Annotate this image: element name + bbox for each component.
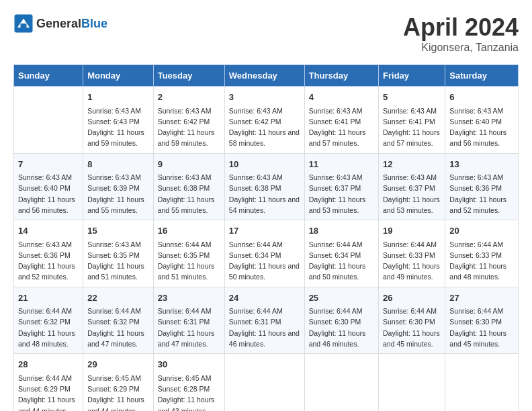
calendar-cell: 10Sunrise: 6:43 AMSunset: 6:38 PMDayligh… (224, 153, 304, 220)
title-block: April 2024 Kigonsera, Tanzania (403, 13, 519, 54)
cell-info: Sunrise: 6:44 AMSunset: 6:33 PMDaylight:… (449, 239, 514, 283)
svg-rect-2 (21, 24, 27, 28)
day-number: 20 (449, 224, 514, 238)
day-number: 6 (449, 91, 514, 104)
calendar-cell: 1Sunrise: 6:43 AMSunset: 6:43 PMDaylight… (83, 87, 154, 154)
weekday-header: Thursday (304, 65, 378, 87)
logo: GeneralBlue (13, 13, 107, 34)
day-number: 30 (158, 358, 220, 371)
calendar-cell (304, 354, 378, 411)
logo-general-text: General (36, 17, 81, 30)
day-number: 16 (158, 224, 220, 238)
cell-info: Sunrise: 6:43 AMSunset: 6:42 PMDaylight:… (229, 105, 300, 149)
day-number: 4 (309, 91, 374, 104)
cell-info: Sunrise: 6:43 AMSunset: 6:41 PMDaylight:… (383, 105, 441, 149)
day-number: 10 (229, 158, 300, 171)
cell-info: Sunrise: 6:43 AMSunset: 6:36 PMDaylight:… (18, 239, 79, 283)
weekday-header: Friday (379, 65, 445, 87)
calendar-cell: 26Sunrise: 6:44 AMSunset: 6:30 PMDayligh… (379, 287, 445, 354)
calendar-cell: 15Sunrise: 6:43 AMSunset: 6:35 PMDayligh… (83, 220, 154, 287)
day-number: 24 (229, 291, 300, 305)
day-number: 2 (158, 91, 220, 104)
day-number: 14 (18, 224, 79, 238)
cell-info: Sunrise: 6:44 AMSunset: 6:31 PMDaylight:… (229, 306, 300, 349)
calendar-cell: 4Sunrise: 6:43 AMSunset: 6:41 PMDaylight… (304, 87, 378, 154)
page-subtitle: Kigonsera, Tanzania (403, 42, 519, 54)
calendar-cell: 22Sunrise: 6:44 AMSunset: 6:32 PMDayligh… (83, 287, 154, 354)
calendar-week-row: 28Sunrise: 6:44 AMSunset: 6:29 PMDayligh… (14, 354, 519, 411)
cell-info: Sunrise: 6:43 AMSunset: 6:38 PMDaylight:… (158, 172, 220, 216)
calendar-cell (224, 354, 304, 411)
calendar-cell: 18Sunrise: 6:44 AMSunset: 6:34 PMDayligh… (304, 220, 378, 287)
cell-info: Sunrise: 6:43 AMSunset: 6:41 PMDaylight:… (309, 105, 374, 149)
day-number: 21 (18, 291, 79, 305)
calendar-cell: 2Sunrise: 6:43 AMSunset: 6:42 PMDaylight… (153, 87, 224, 154)
day-number: 11 (309, 158, 374, 171)
cell-info: Sunrise: 6:43 AMSunset: 6:37 PMDaylight:… (309, 172, 374, 216)
calendar-cell: 3Sunrise: 6:43 AMSunset: 6:42 PMDaylight… (224, 87, 304, 154)
cell-info: Sunrise: 6:44 AMSunset: 6:30 PMDaylight:… (309, 306, 374, 349)
cell-info: Sunrise: 6:44 AMSunset: 6:34 PMDaylight:… (229, 239, 300, 283)
calendar-cell (14, 87, 83, 154)
calendar-cell: 16Sunrise: 6:44 AMSunset: 6:35 PMDayligh… (153, 220, 224, 287)
page-title: April 2024 (403, 13, 519, 42)
day-number: 25 (309, 291, 374, 305)
calendar-cell: 12Sunrise: 6:43 AMSunset: 6:37 PMDayligh… (379, 153, 445, 220)
calendar-cell (379, 354, 445, 411)
calendar-cell: 24Sunrise: 6:44 AMSunset: 6:31 PMDayligh… (224, 287, 304, 354)
day-number: 28 (18, 358, 79, 371)
calendar-cell: 21Sunrise: 6:44 AMSunset: 6:32 PMDayligh… (14, 287, 83, 354)
day-number: 3 (229, 91, 300, 104)
day-number: 9 (158, 158, 220, 171)
calendar-cell: 11Sunrise: 6:43 AMSunset: 6:37 PMDayligh… (304, 153, 378, 220)
cell-info: Sunrise: 6:44 AMSunset: 6:30 PMDaylight:… (449, 306, 514, 349)
cell-info: Sunrise: 6:43 AMSunset: 6:36 PMDaylight:… (449, 172, 514, 216)
cell-info: Sunrise: 6:43 AMSunset: 6:40 PMDaylight:… (18, 172, 79, 216)
calendar-cell: 29Sunrise: 6:45 AMSunset: 6:29 PMDayligh… (83, 354, 154, 411)
weekday-header: Monday (83, 65, 154, 87)
cell-info: Sunrise: 6:45 AMSunset: 6:28 PMDaylight:… (158, 373, 220, 411)
cell-info: Sunrise: 6:43 AMSunset: 6:37 PMDaylight:… (383, 172, 441, 216)
cell-info: Sunrise: 6:43 AMSunset: 6:42 PMDaylight:… (158, 105, 220, 149)
day-number: 23 (158, 291, 220, 305)
calendar-cell: 8Sunrise: 6:43 AMSunset: 6:39 PMDaylight… (83, 153, 154, 220)
day-number: 13 (449, 158, 514, 171)
calendar-cell: 30Sunrise: 6:45 AMSunset: 6:28 PMDayligh… (153, 354, 224, 411)
logo-icon (13, 13, 34, 34)
weekday-header: Tuesday (153, 65, 224, 87)
calendar-cell (445, 354, 519, 411)
cell-info: Sunrise: 6:44 AMSunset: 6:35 PMDaylight:… (158, 239, 220, 283)
weekday-header: Sunday (14, 65, 83, 87)
weekday-header: Saturday (445, 65, 519, 87)
day-number: 17 (229, 224, 300, 238)
cell-info: Sunrise: 6:44 AMSunset: 6:33 PMDaylight:… (383, 239, 441, 283)
day-number: 7 (18, 158, 79, 171)
day-number: 19 (383, 224, 441, 238)
day-number: 5 (383, 91, 441, 104)
logo-blue-text: Blue (81, 17, 107, 30)
calendar-cell: 19Sunrise: 6:44 AMSunset: 6:33 PMDayligh… (379, 220, 445, 287)
day-number: 26 (383, 291, 441, 305)
calendar-cell: 17Sunrise: 6:44 AMSunset: 6:34 PMDayligh… (224, 220, 304, 287)
day-number: 22 (87, 291, 149, 305)
cell-info: Sunrise: 6:44 AMSunset: 6:34 PMDaylight:… (309, 239, 374, 283)
calendar-cell: 25Sunrise: 6:44 AMSunset: 6:30 PMDayligh… (304, 287, 378, 354)
calendar-cell: 13Sunrise: 6:43 AMSunset: 6:36 PMDayligh… (445, 153, 519, 220)
cell-info: Sunrise: 6:43 AMSunset: 6:39 PMDaylight:… (87, 172, 149, 216)
calendar-week-row: 14Sunrise: 6:43 AMSunset: 6:36 PMDayligh… (14, 220, 519, 287)
cell-info: Sunrise: 6:44 AMSunset: 6:32 PMDaylight:… (87, 306, 149, 349)
day-number: 12 (383, 158, 441, 171)
calendar-table: SundayMondayTuesdayWednesdayThursdayFrid… (13, 64, 519, 411)
cell-info: Sunrise: 6:43 AMSunset: 6:38 PMDaylight:… (229, 172, 300, 216)
calendar-week-row: 7Sunrise: 6:43 AMSunset: 6:40 PMDaylight… (14, 153, 519, 220)
calendar-cell: 9Sunrise: 6:43 AMSunset: 6:38 PMDaylight… (153, 153, 224, 220)
day-number: 8 (87, 158, 149, 171)
cell-info: Sunrise: 6:44 AMSunset: 6:29 PMDaylight:… (18, 373, 79, 411)
calendar-cell: 23Sunrise: 6:44 AMSunset: 6:31 PMDayligh… (153, 287, 224, 354)
calendar-cell: 7Sunrise: 6:43 AMSunset: 6:40 PMDaylight… (14, 153, 83, 220)
calendar-header-row: SundayMondayTuesdayWednesdayThursdayFrid… (14, 65, 519, 87)
day-number: 18 (309, 224, 374, 238)
cell-info: Sunrise: 6:44 AMSunset: 6:30 PMDaylight:… (383, 306, 441, 349)
calendar-cell: 27Sunrise: 6:44 AMSunset: 6:30 PMDayligh… (445, 287, 519, 354)
day-number: 29 (87, 358, 149, 371)
